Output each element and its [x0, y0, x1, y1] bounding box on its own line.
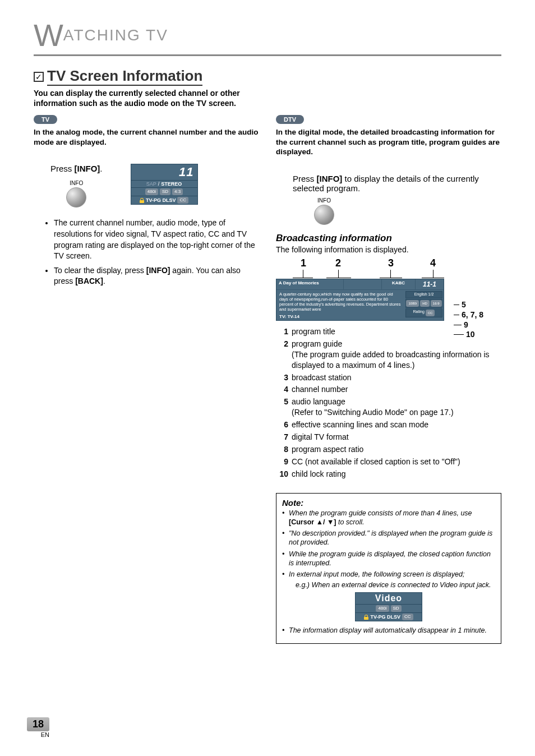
- press-info-text: Press [INFO].: [50, 164, 103, 173]
- checkbox-icon: ✓: [34, 72, 44, 82]
- tv-pill: TV: [34, 115, 57, 124]
- callout-9: 9: [464, 320, 468, 330]
- dtv-pill: DTV: [276, 115, 304, 124]
- dtv-lead: In the digital mode, the detailed broadc…: [276, 127, 501, 157]
- callout-2: 2: [335, 257, 341, 269]
- osd-dtv: A Day of Memories KABC 11-1 A quarter-ce…: [276, 279, 444, 321]
- list-item: channel number: [292, 384, 501, 395]
- osd-analog-rating: TV-PG DLSV CC: [131, 196, 198, 205]
- osd-dtv-title: A Day of Memories: [276, 279, 344, 289]
- osd-dtv-rating-line: TV: TV-14: [279, 314, 402, 320]
- osd-dtv-station: KABC: [382, 279, 416, 289]
- note-eg: e.g.) When an external device is connect…: [296, 581, 495, 589]
- osd-video-label: Video: [355, 592, 422, 605]
- page-lang: EN: [27, 731, 49, 738]
- list-item: CC (not available if closed caption is s…: [292, 457, 501, 467]
- callout-3: 3: [388, 257, 394, 269]
- info-button-icon-2: [314, 205, 334, 225]
- tv-bullet-2: To clear the display, press [INFO] again…: [54, 265, 259, 287]
- page-footer: 18 EN: [27, 717, 49, 739]
- osd-dtv-desc: A quarter-century ago,which may now qual…: [276, 290, 404, 320]
- note-item: While the program guide is displayed, th…: [282, 550, 495, 568]
- lock-icon: [140, 198, 144, 203]
- broadcasting-info-heading: Broadcasting information: [276, 233, 501, 244]
- note-item: When the program guide consists of more …: [282, 509, 495, 527]
- osd-analog: 11 SAP / STEREO 480i SD 4:3 TV-PG DLSV C…: [131, 164, 198, 205]
- callouts-right: 5 6, 7, 8 9 10: [454, 300, 483, 340]
- list-item: program aspect ratio: [292, 444, 501, 455]
- note-item: "No description provided." is displayed …: [282, 529, 495, 547]
- section-intro: You can display the currently selected c…: [34, 88, 269, 108]
- tv-bullets: The current channel number, audio mode, …: [54, 218, 259, 287]
- column-dtv: DTV In the digital mode, the detailed br…: [276, 114, 501, 643]
- osd-analog-res: 480i SD 4:3: [131, 188, 198, 196]
- column-tv: TV In the analog mode, the current chann…: [34, 114, 259, 643]
- tv-lead: In the analog mode, the current channel …: [34, 127, 259, 147]
- info-button-icon: [66, 187, 86, 208]
- section-title: TV Screen Information: [47, 67, 202, 86]
- header-title-rest: ATCHING TV: [63, 26, 168, 44]
- list-item: broadcast station: [292, 372, 501, 383]
- list-item: effective scanning lines and scan mode: [292, 420, 501, 430]
- header-title-initial: W: [34, 17, 63, 53]
- section-title-row: ✓ TV Screen Information: [34, 67, 501, 86]
- note-item: In external input mode, the following sc…: [282, 570, 495, 579]
- osd-dtv-lang: English 1/2: [405, 291, 442, 298]
- osd-analog-audio: SAP / STEREO: [131, 181, 198, 188]
- broadcasting-info-lead: The following information is displayed.: [276, 245, 501, 254]
- osd-dtv-diagram: 1 2 3 4 A Day of Memories KABC: [276, 257, 483, 321]
- list-item: child lock rating: [292, 469, 501, 480]
- dtv-press-info: Press [INFO] to display the details of t…: [293, 174, 501, 193]
- callout-4: 4: [430, 257, 436, 269]
- callout-1: 1: [301, 257, 306, 269]
- osd-video: Video 480i SD TV-PG DLSV CC: [355, 592, 422, 621]
- header-title: WATCHING TV: [34, 26, 168, 44]
- info-button-label: INFO: [50, 180, 103, 186]
- broadcast-info-list: 1program title 2program guide(The progra…: [276, 326, 501, 480]
- osd-dtv-ratingrow: Rating CC: [405, 308, 442, 317]
- list-item: program guide(The program guide added to…: [292, 339, 501, 371]
- note-box: Note: When the program guide consists of…: [276, 493, 501, 644]
- callout-5: 5: [462, 300, 466, 310]
- osd-dtv-channel: 11-1: [416, 279, 444, 289]
- list-item: audio language(Refer to "Switching Audio…: [292, 397, 501, 418]
- page-number: 18: [27, 717, 49, 731]
- note-item: The information display will automatical…: [282, 626, 495, 635]
- page-header: WATCHING TV: [34, 17, 501, 56]
- lock-icon: [364, 615, 368, 620]
- callout-678: 6, 7, 8: [462, 310, 483, 320]
- info-button-label-2: INFO: [313, 197, 335, 204]
- note-title: Note:: [282, 498, 495, 508]
- tv-bullet-1: The current channel number, audio mode, …: [54, 218, 259, 261]
- callout-10: 10: [466, 330, 475, 339]
- list-item: digital TV format: [292, 432, 501, 442]
- osd-dtv-resrow: 1080i HD 16:9: [405, 299, 442, 308]
- osd-dtv-side: English 1/2 1080i HD 16:9 Rating CC: [404, 290, 444, 320]
- osd-analog-channel: 11: [131, 164, 198, 181]
